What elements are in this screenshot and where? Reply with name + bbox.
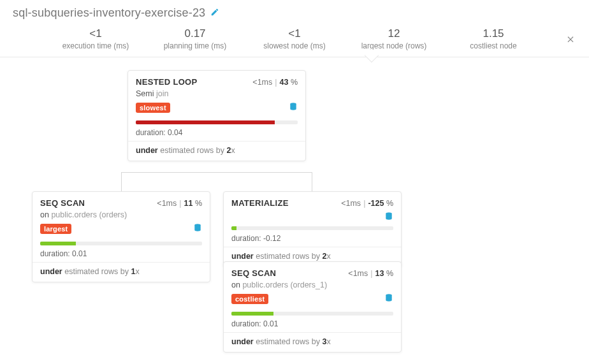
node-subtitle: on public.orders (orders) (33, 210, 210, 221)
node-metrics: <1ms|11 % (157, 199, 202, 208)
stat-label: execution time (ms) (57, 41, 134, 50)
stats-row: <1 execution time (ms) 0.17 planning tim… (0, 24, 589, 57)
tag-slowest: slowest (136, 103, 170, 113)
stat-label: planning time (ms) (157, 41, 233, 50)
node-duration: duration: 0.01 (33, 247, 210, 262)
tag-costliest: costliest (231, 294, 268, 304)
plan-node-materialize[interactable]: MATERIALIZE <1ms|-125 % duration: -0.12 … (223, 191, 402, 267)
progress-bar (224, 312, 401, 317)
database-icon[interactable] (289, 102, 298, 113)
node-name: MATERIALIZE (231, 198, 289, 208)
node-metrics: <1ms|-125 % (341, 199, 393, 208)
stat-largest-node: 12 largest node (rows) (356, 27, 432, 50)
plan-node-nested-loop[interactable]: NESTED LOOP <1ms|43 % Semi join slowest … (127, 70, 306, 161)
node-duration: duration: -0.12 (224, 231, 401, 247)
progress-bar (128, 120, 305, 126)
stat-label: costliest node (455, 41, 532, 50)
node-metrics: <1ms|43 % (252, 78, 298, 87)
node-estimate: under estimated rows by 2x (128, 142, 305, 161)
plan-node-seq-scan-1[interactable]: SEQ SCAN <1ms|11 % on public.orders (ord… (32, 191, 210, 282)
stat-value: <1 (57, 27, 134, 40)
node-subtitle: Semi join (128, 89, 305, 99)
database-icon[interactable] (384, 212, 393, 222)
stat-label: slowest node (ms) (256, 41, 333, 50)
database-icon[interactable] (384, 293, 393, 304)
node-name: SEQ SCAN (231, 268, 276, 278)
connector (121, 172, 312, 191)
stat-costliest-node: 1.15 costliest node (455, 27, 532, 50)
stat-value: 1.15 (455, 27, 532, 40)
stat-value: <1 (256, 27, 333, 40)
node-subtitle: on public.orders (orders_1) (224, 280, 401, 291)
tag-largest: largest (40, 224, 71, 234)
plan-node-seq-scan-2[interactable]: SEQ SCAN <1ms|13 % on public.orders (ord… (223, 261, 402, 353)
stat-execution-time: <1 execution time (ms) (57, 27, 134, 50)
edit-icon[interactable] (210, 8, 219, 19)
stat-slowest-node: <1 slowest node (ms) (256, 27, 333, 50)
node-name: SEQ SCAN (40, 198, 85, 208)
progress-bar (224, 226, 401, 231)
database-icon[interactable] (193, 223, 202, 234)
node-duration: duration: 0.01 (224, 317, 401, 332)
stat-value: 0.17 (157, 27, 233, 40)
stat-label: largest node (rows) (356, 41, 432, 50)
stat-value: 12 (356, 27, 432, 40)
close-icon[interactable] (566, 34, 575, 46)
progress-bar (33, 242, 210, 247)
node-estimate: under estimated rows by 3x (224, 333, 401, 352)
node-metrics: <1ms|13 % (348, 269, 393, 278)
page-title: sql-subqueries-inventory-exercise-23 (13, 6, 205, 20)
stat-planning-time: 0.17 planning time (ms) (157, 27, 233, 50)
node-name: NESTED LOOP (136, 77, 197, 87)
node-duration: duration: 0.04 (128, 126, 305, 141)
node-estimate: under estimated rows by 1x (33, 263, 210, 282)
